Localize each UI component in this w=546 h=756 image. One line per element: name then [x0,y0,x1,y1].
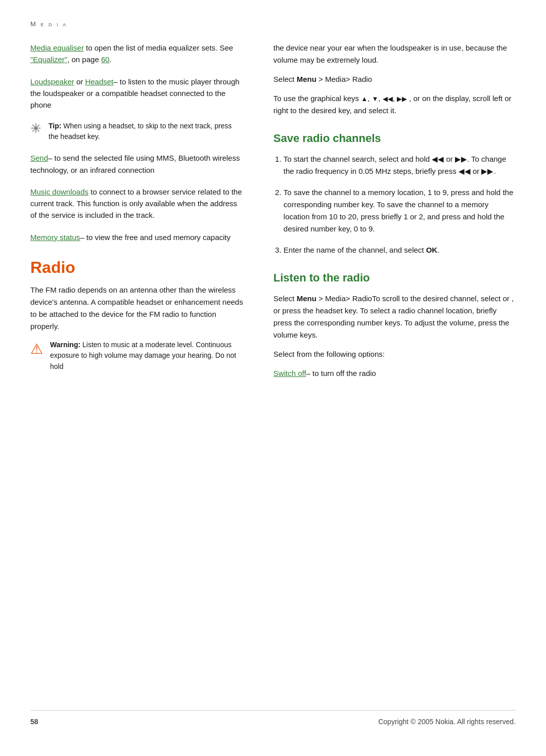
menu-bold: Menu [297,75,316,83]
switch-off-term: Switch off [274,369,306,377]
headset-term: Headset [85,77,113,86]
music-downloads-term: Music downloads [30,187,88,196]
page-ref[interactable]: 60 [101,55,110,64]
rewind-icon-step1b: ◀◀ [459,167,471,175]
page-footer: 58 Copyright © 2005 Nokia. All rights re… [30,710,516,726]
tip-text: Tip: When using a headset, to skip to th… [49,121,243,142]
media-equaliser-term: Media equaliser [30,43,84,52]
listen-menu-bold: Menu [297,294,316,303]
left-column: Media equaliser to open the list of medi… [30,42,263,710]
page: M e d i a Media equaliser to open the li… [0,0,546,756]
media-equaliser-text2: , on page [67,55,101,64]
menu-instruction: Select Menu > Media> Radio [274,73,516,85]
ff-icon-step1b: ▶▶ [481,167,493,175]
memory-status-term: Memory status [30,233,80,242]
save-steps-list: To start the channel search, select and … [284,153,516,256]
save-step-3: Enter the name of the channel, and selec… [284,244,516,256]
listen-menu-rest: > Media> Radio [316,294,372,303]
fastforward-icon: ▶▶ [397,95,407,103]
switch-off-rest: – to turn off the radio [306,369,376,377]
switch-off-entry: Switch off– to turn off the radio [274,367,516,379]
period: . [110,55,112,64]
page-number: 58 [30,718,38,726]
memory-status-rest: – to view the free and used memory capac… [80,233,231,242]
two-column-layout: Media equaliser to open the list of medi… [30,42,516,710]
top-continuation: the device near your ear when the loudsp… [274,42,516,66]
send-rest: – to send the selected file using MMS, B… [30,154,240,174]
warning-label: Warning: [50,341,80,349]
arrow-down-icon: ▼ [372,95,378,103]
copyright: Copyright © 2005 Nokia. All rights reser… [378,718,516,726]
warning-icon: ⚠ [30,341,43,357]
warning-box: ⚠ Warning: Listen to music at a moderate… [30,340,243,372]
save-step-1: To start the channel search, select and … [284,153,516,177]
tip-label: Tip: [49,122,61,130]
save-step-2: To save the channel to a memory location… [284,186,516,235]
graphical-intro: To use the graphical keys [274,94,361,103]
arrow-up-icon: ▲ [361,95,368,103]
right-column: the device near your ear when the loudsp… [263,42,516,710]
listen-select: Select [274,294,297,303]
send-entry: Send– to send the selected file using MM… [30,152,243,176]
send-term: Send [30,154,48,162]
tip-box: ✳ Tip: When using a headset, to skip to … [30,121,243,142]
page-header: M e d i a [30,20,516,28]
loudspeaker-term: Loudspeaker [30,77,74,86]
ff-icon-step1: ▶▶ [455,155,467,163]
select-text: Select [274,75,297,83]
save-channels-heading: Save radio channels [274,132,516,145]
rewind-icon: ◀◀ [383,95,393,103]
listen-options-intro: Select from the following options: [274,348,516,360]
equalizer-link[interactable]: "Equalizer" [30,55,67,64]
ok-bold: OK [426,246,438,254]
graphical-keys-para: To use the graphical keys ▲, ▼, ◀◀, ▶▶ ,… [274,92,516,117]
loudspeaker-entry: Loudspeaker or Headset– to listen to the… [30,76,243,111]
media-equaliser-entry: Media equaliser to open the list of medi… [30,42,243,66]
loudspeaker-connector: or [74,77,85,86]
tip-body: When using a headset, to skip to the nex… [49,122,232,140]
tip-icon: ✳ [30,122,41,135]
media-equaliser-text1: to open the list of media equalizer sets… [84,43,233,52]
rewind-icon-step1: ◀◀ [432,155,444,163]
radio-heading: Radio [30,258,243,277]
listen-body: Select Menu > Media> RadioTo scroll to t… [274,293,516,341]
menu-rest: > Media> Radio [316,75,372,83]
memory-status-entry: Memory status– to view the free and used… [30,231,243,243]
radio-body: The FM radio depends on an antenna other… [30,284,243,333]
music-downloads-entry: Music downloads to connect to a browser … [30,186,243,221]
warning-text: Warning: Listen to music at a moderate l… [50,340,243,372]
listen-heading: Listen to the radio [274,271,516,285]
